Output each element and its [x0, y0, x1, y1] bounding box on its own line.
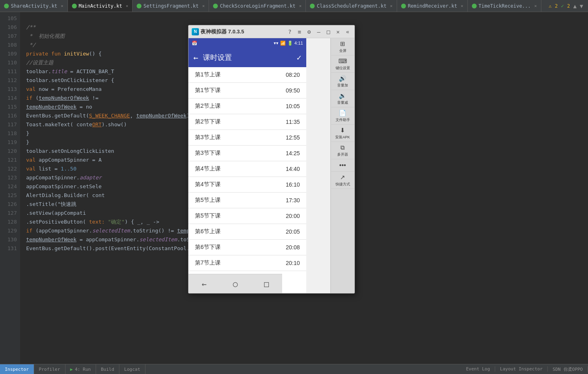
status-logcat[interactable]: Logcat: [119, 364, 145, 374]
android-screen: 📅 ▾▾ 📶 🔋 4:11 ← 课时设置 ✓: [188, 38, 306, 293]
nox-titlebar: N 夜神模拟器 7.0.3.5 ? ≡ ⚙ — □ ✕ «: [188, 25, 354, 38]
status-inspector[interactable]: Inspector: [0, 364, 34, 374]
status-build[interactable]: Build: [96, 364, 119, 374]
android-toolbar: ← 课时设置 ✓: [188, 48, 306, 67]
volume-up-button[interactable]: 🔊 音量加: [331, 73, 354, 90]
schedule-name: 第1节上课: [195, 71, 286, 78]
nox-logo: N 夜神模拟器 7.0.3.5: [192, 28, 244, 35]
nox-logo-icon: N: [192, 28, 199, 35]
status-left: 📅: [192, 41, 197, 46]
wifi-icon: ▾▾: [274, 41, 279, 46]
settings-button[interactable]: ⚙: [305, 28, 313, 35]
tab-timetickreceiver[interactable]: TimeTickReceive... ✕: [468, 0, 541, 12]
fullscreen-icon: ⊞: [340, 40, 345, 47]
schedule-item-10[interactable]: 第5节下课 20:00: [188, 208, 306, 224]
schedule-time: 09:50: [286, 87, 300, 94]
shortcut-button[interactable]: ↗ 快捷方式: [331, 172, 354, 189]
multi-open-icon: ⧉: [340, 144, 345, 151]
schedule-time: 10:05: [286, 103, 300, 109]
schedule-item-11[interactable]: 第6节上课 20:05: [188, 224, 306, 240]
help-button[interactable]: ?: [286, 28, 293, 35]
more-button[interactable]: •••: [331, 159, 354, 172]
schedule-name: 第2节下课: [195, 118, 286, 125]
volume-down-icon: 🔉: [339, 92, 346, 99]
fullscreen-button[interactable]: ⊞ 全屏: [331, 38, 354, 55]
menu-button[interactable]: ≡: [296, 28, 303, 35]
keymapping-button[interactable]: ⌨ 键位设置: [331, 55, 354, 73]
check-icon: ✓: [561, 3, 564, 9]
android-statusbar: 📅 ▾▾ 📶 🔋 4:11: [188, 38, 306, 48]
tab-close[interactable]: ✕: [535, 4, 537, 8]
chevron-down-icon[interactable]: ▼: [580, 3, 583, 9]
run-icon: ▶: [70, 367, 73, 372]
status-run[interactable]: ▶ 4: Run: [66, 364, 96, 374]
tab-close[interactable]: ✕: [126, 4, 128, 8]
schedule-item-5[interactable]: 第3节上课 12:55: [188, 130, 306, 146]
install-apk-button[interactable]: ⬇ 安装APK: [331, 125, 354, 142]
schedule-item-6[interactable]: 第3节下课 14:25: [188, 146, 306, 161]
android-back-nav[interactable]: ←: [194, 276, 215, 292]
tab-close[interactable]: ✕: [202, 4, 205, 8]
tab-shareactivity[interactable]: ShareActivity.kt ✕: [0, 0, 68, 12]
shortcut-label: 快捷方式: [336, 182, 350, 187]
status-profiler[interactable]: Profiler: [34, 364, 66, 374]
install-apk-icon: ⬇: [340, 127, 345, 134]
schedule-item-14[interactable]: 第7节下课 20:15: [188, 271, 306, 274]
schedule-time: 11:35: [286, 119, 300, 125]
android-recents-nav[interactable]: □: [256, 276, 277, 292]
volume-down-button[interactable]: 🔉 音量减: [331, 90, 354, 107]
schedule-item-12[interactable]: 第6节下课 20:08: [188, 240, 306, 255]
schedule-time: 08:20: [286, 72, 300, 78]
status-layout-inspector[interactable]: Layout Inspector: [495, 366, 548, 372]
tab-icon: [310, 4, 315, 8]
schedule-item-4[interactable]: 第2节下课 11:35: [188, 114, 306, 130]
android-check-button[interactable]: ✓: [297, 53, 301, 62]
nox-title-text: 夜神模拟器 7.0.3.5: [201, 28, 244, 35]
schedule-item-2[interactable]: 第1节下课 09:50: [188, 83, 306, 99]
schedule-time: 14:40: [286, 166, 300, 172]
schedule-name: 第7节上课: [195, 259, 286, 267]
tab-icon: [4, 4, 9, 8]
tab-close[interactable]: ✕: [299, 4, 301, 8]
tab-bar: ShareActivity.kt ✕ MainActivity.kt ✕ Set…: [0, 0, 588, 12]
status-right: ▾▾ 📶 🔋 4:11: [274, 41, 303, 46]
chevron-up-icon[interactable]: ▲: [573, 3, 576, 9]
schedule-item-13[interactable]: 第7节上课 20:10: [188, 255, 306, 271]
schedule-item-3[interactable]: 第2节上课 10:05: [188, 99, 306, 114]
tab-remindreceiver[interactable]: RemindReceiver.kt ✕: [397, 0, 468, 12]
close-button[interactable]: ✕: [334, 28, 342, 35]
tab-mainactivity[interactable]: MainActivity.kt ✕: [68, 0, 133, 12]
tab-icon: [72, 4, 77, 8]
code-line-105: [26, 14, 588, 23]
tab-close[interactable]: ✕: [461, 4, 463, 8]
fullscreen-label: 全屏: [339, 48, 346, 53]
schedule-time: 20:05: [286, 228, 300, 235]
back-panel-button[interactable]: «: [344, 28, 351, 35]
tab-checkscoreloginfragment[interactable]: CheckScoreLoginFragment.kt ✕: [209, 0, 306, 12]
schedule-item-1[interactable]: 第1节上课 08:20: [188, 67, 306, 83]
tab-close[interactable]: ✕: [61, 4, 64, 8]
android-home-nav[interactable]: ○: [225, 276, 246, 292]
tab-classschedulefragment[interactable]: ClassScheduleFragment.kt ✕: [306, 0, 397, 12]
schedule-name: 第2节上课: [195, 103, 286, 110]
tab-icon: [401, 4, 406, 8]
file-helper-button[interactable]: 📄 文件助手: [331, 107, 354, 125]
maximize-button[interactable]: □: [325, 28, 332, 35]
status-event-log[interactable]: Event Log: [461, 366, 495, 372]
minimize-button[interactable]: —: [315, 28, 322, 35]
android-back-button[interactable]: ←: [193, 53, 198, 62]
android-bottom-nav: ← ○ □: [188, 274, 282, 293]
file-helper-icon: 📄: [339, 109, 346, 117]
schedule-name: 第6节下课: [195, 244, 286, 251]
schedule-item-8[interactable]: 第4节下课 16:10: [188, 177, 306, 193]
tab-close[interactable]: ✕: [390, 4, 393, 8]
tab-settingsfragment[interactable]: SettingsFragment.kt ✕: [133, 0, 209, 12]
schedule-list[interactable]: 第1节上课 08:20 第1节下课 09:50 第2节上课 10:05 第2节下…: [188, 67, 306, 274]
schedule-item-9[interactable]: 第5节上课 17:30: [188, 193, 306, 208]
multi-open-button[interactable]: ⧉ 多开器: [331, 142, 354, 159]
status-user: SDN 你柔OPPO: [548, 366, 588, 372]
warning-icon: ⚠: [549, 3, 551, 9]
schedule-item-7[interactable]: 第4节上课 14:40: [188, 161, 306, 177]
tab-icon: [213, 4, 218, 8]
schedule-name: 第6节上课: [195, 228, 286, 235]
